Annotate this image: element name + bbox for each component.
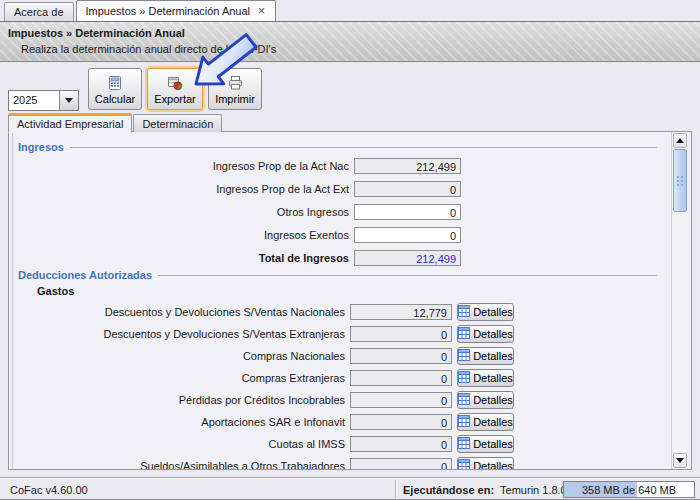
calcular-button[interactable]: Calcular [88, 68, 142, 110]
amount-field: 12,779 [350, 304, 452, 320]
section-title-text: Deducciones Autorizadas [18, 269, 152, 281]
app-window: Acerca de Impuestos » Determinación Anua… [0, 0, 700, 500]
detalles-button[interactable]: Detalles [457, 347, 514, 365]
form-row: Ingresos Prop de la Act Nac212,499 [13, 158, 461, 174]
field-label: Otros Ingresos [13, 206, 349, 218]
form-row: Compras Nacionales0Detalles [13, 348, 514, 364]
year-select[interactable]: 2025 [8, 90, 79, 111]
detalles-label: Detalles [473, 350, 513, 362]
form-panel: Ingresos Ingresos Prop de la Act Nac212,… [8, 131, 692, 470]
exportar-label: Exportar [154, 93, 196, 105]
table-icon [458, 459, 470, 470]
detalles-button[interactable]: Detalles [457, 457, 514, 470]
amount-field: 0 [350, 458, 452, 470]
table-icon [458, 437, 470, 451]
amount-field: 0 [350, 370, 452, 386]
field-label: Aportaciones SAR e Infonavit [13, 416, 345, 428]
detalles-label: Detalles [473, 460, 513, 470]
amount-field: 0 [354, 181, 461, 197]
form-row: Compras Extranjeras0Detalles [13, 370, 514, 386]
thumb-grip [677, 176, 683, 188]
scroll-up-button[interactable] [673, 133, 687, 148]
detalles-button[interactable]: Detalles [457, 369, 514, 387]
imprimir-button[interactable]: Imprimir [208, 68, 262, 110]
field-label: Compras Nacionales [13, 350, 345, 362]
detalles-button[interactable]: Detalles [457, 391, 514, 409]
amount-field[interactable]: 0 [354, 204, 461, 220]
form-row: Ingresos Exentos0 [13, 227, 461, 243]
amount-field[interactable]: 0 [354, 227, 461, 243]
deducciones-rows: Descuentos y Devoluciones S/Ventas Nacio… [13, 304, 514, 470]
table-icon [458, 393, 470, 407]
field-label: Cuotas al IMSS [13, 438, 345, 450]
section-rule [70, 147, 657, 148]
form-row: Pérdidas por Créditos Incobrables0Detall… [13, 392, 514, 408]
form-row: Descuentos y Devoluciones S/Ventas Extra… [13, 326, 514, 342]
form-row: Aportaciones SAR e Infonavit0Detalles [13, 414, 514, 430]
calculator-icon [107, 73, 123, 93]
scroll-down-button[interactable] [673, 453, 687, 468]
field-label: Ingresos Exentos [13, 229, 349, 241]
tab-actividad-empresarial[interactable]: Actividad Empresarial [8, 113, 132, 133]
tab-acerca-de[interactable]: Acerca de [4, 2, 74, 21]
exportar-button[interactable]: Exportar [147, 68, 203, 110]
memory-text: 358 MB de 640 MB [564, 484, 694, 496]
form-row: Sueldos/Asimilables a Otros Trabajadores… [13, 458, 514, 470]
page-title: Impuestos » Determinación Anual [8, 27, 185, 39]
table-icon [458, 327, 470, 341]
amount-field: 0 [350, 414, 452, 430]
tab-label: Impuestos » Determinación Anual [86, 5, 250, 17]
field-label: Descuentos y Devoluciones S/Ventas Extra… [13, 328, 345, 340]
scrollbar-thumb[interactable] [673, 149, 687, 212]
page-subtitle: Realiza la determinación anual directo d… [21, 43, 276, 55]
tab-label: Actividad Empresarial [17, 118, 123, 130]
field-label: Compras Extranjeras [13, 372, 345, 384]
memory-gauge[interactable]: 358 MB de 640 MB [563, 481, 695, 498]
year-value: 2025 [9, 91, 59, 110]
tab-label: Acerca de [14, 6, 64, 18]
detalles-button[interactable]: Detalles [457, 413, 514, 431]
chevron-down-icon [65, 98, 73, 103]
amount-field: 212,499 [354, 158, 461, 174]
field-label: Sueldos/Asimilables a Otros Trabajadores [13, 460, 345, 470]
table-icon [458, 305, 470, 319]
amount-field: 0 [350, 436, 452, 452]
section-deducciones-title: Deducciones Autorizadas [18, 269, 657, 281]
document-tabbar: Acerca de Impuestos » Determinación Anua… [0, 0, 700, 22]
triangle-down-icon [676, 458, 684, 463]
form-row: Total de Ingresos212,499 [13, 250, 461, 266]
tab-label: Determinación [142, 118, 213, 130]
detalles-button[interactable]: Detalles [457, 303, 514, 321]
detalles-button[interactable]: Detalles [457, 435, 514, 453]
statusbar-separator [395, 480, 396, 498]
detalles-label: Detalles [473, 394, 513, 406]
detalles-label: Detalles [473, 416, 513, 428]
close-tab-icon[interactable]: × [257, 6, 266, 16]
form-row: Cuotas al IMSS0Detalles [13, 436, 514, 452]
status-bar: CoFac v4.60.00 Ejecutándose en: Temurin … [0, 477, 700, 500]
form-row: Ingresos Prop de la Act Ext0 [13, 181, 461, 197]
form-row: Descuentos y Devoluciones S/Ventas Nacio… [13, 304, 514, 320]
field-label: Descuentos y Devoluciones S/Ventas Nacio… [13, 306, 345, 318]
detalles-label: Detalles [473, 372, 513, 384]
detalles-label: Detalles [473, 306, 513, 318]
vertical-scrollbar[interactable] [671, 132, 688, 469]
section-title-text: Ingresos [18, 141, 64, 153]
export-icon [167, 73, 183, 93]
printer-icon [227, 73, 244, 93]
running-label: Ejecutándose en: [403, 484, 494, 496]
module-header: Impuestos » Determinación Anual Realiza … [0, 22, 700, 62]
table-icon [458, 349, 470, 363]
tab-impuestos-determinacion-anual[interactable]: Impuestos » Determinación Anual × [76, 0, 277, 21]
detalles-button[interactable]: Detalles [457, 325, 514, 343]
app-version: CoFac v4.60.00 [10, 484, 88, 496]
field-label: Total de Ingresos [13, 252, 349, 264]
imprimir-label: Imprimir [215, 93, 255, 105]
amount-field: 0 [350, 392, 452, 408]
year-dropdown-button[interactable] [59, 91, 78, 110]
tab-determinacion[interactable]: Determinación [133, 114, 222, 132]
triangle-up-icon [676, 138, 684, 143]
amount-field: 0 [350, 348, 452, 364]
field-label: Pérdidas por Créditos Incobrables [13, 394, 345, 406]
content-tabbar: Actividad Empresarial Determinación [8, 112, 223, 132]
